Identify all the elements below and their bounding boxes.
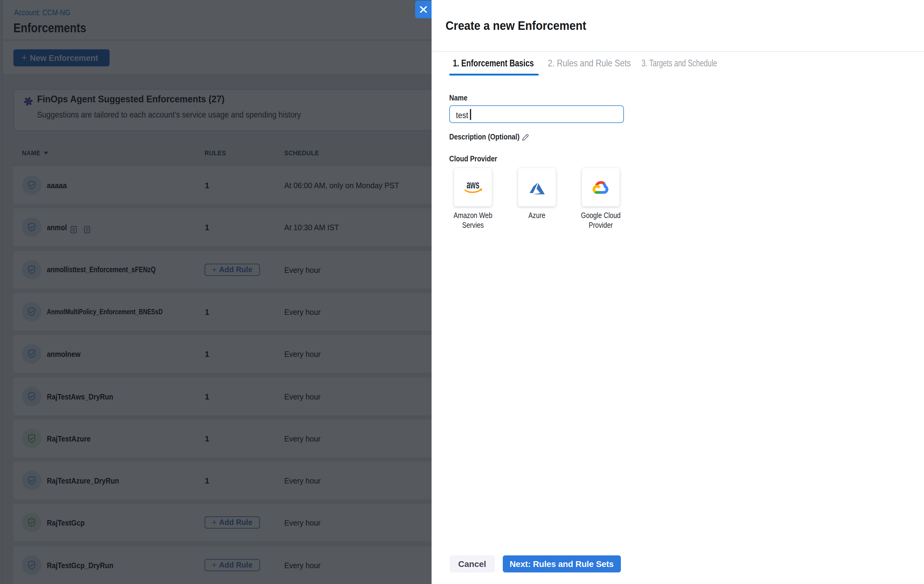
svg-text:aws: aws: [467, 179, 479, 190]
